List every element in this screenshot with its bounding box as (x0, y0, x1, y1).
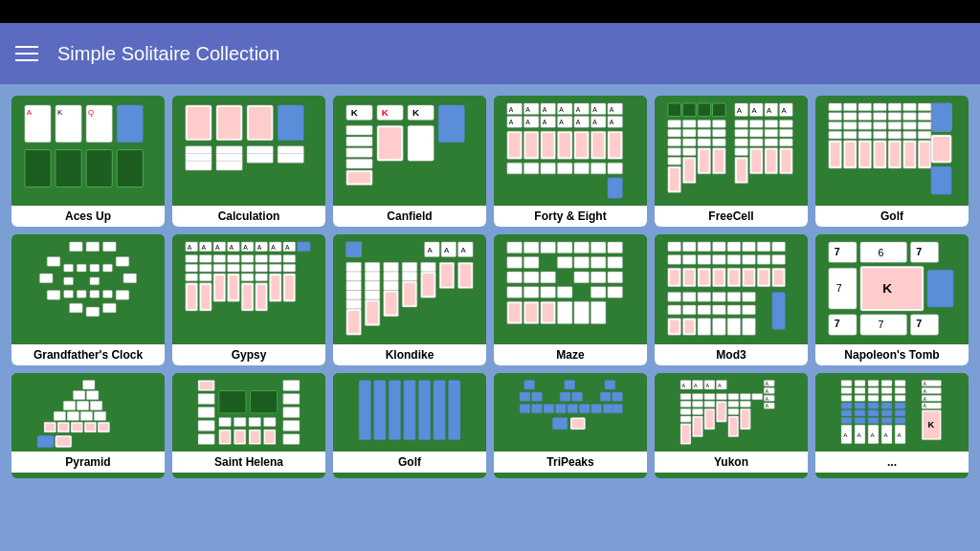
svg-rect-570 (895, 403, 905, 408)
svg-rect-330 (523, 287, 539, 298)
svg-rect-383 (668, 305, 681, 315)
svg-rect-166 (858, 121, 872, 129)
svg-rect-245 (201, 285, 210, 309)
svg-rect-132 (735, 148, 748, 156)
svg-rect-525 (742, 410, 749, 429)
svg-rect-238 (186, 274, 198, 281)
svg-rect-552 (868, 387, 879, 393)
svg-rect-388 (743, 305, 756, 315)
svg-rect-571 (895, 410, 905, 416)
game-card-pyramid[interactable]: Pyramid (11, 373, 165, 478)
game-card-canfield[interactable]: K K K (333, 96, 486, 227)
svg-rect-352 (668, 255, 681, 265)
svg-text:7: 7 (835, 318, 840, 329)
svg-rect-384 (682, 305, 696, 315)
svg-rect-131 (735, 139, 748, 146)
game-card-tripeaks[interactable]: TriPeaks (494, 373, 647, 478)
svg-rect-16 (249, 107, 271, 139)
svg-rect-313 (557, 242, 572, 253)
game-card-forty-eight[interactable]: A A A A A A A A A (494, 96, 647, 227)
svg-rect-126 (713, 139, 726, 146)
svg-text:A: A (682, 383, 686, 388)
game-card-grandfathers-clock[interactable]: Grandfather's Clock (11, 234, 165, 365)
svg-rect-314 (574, 242, 590, 253)
svg-rect-251 (228, 264, 240, 272)
game-card-napoleons-tomb[interactable]: 7 7 7 7 6 7 (815, 234, 969, 365)
svg-text:A: A (782, 106, 788, 115)
svg-text:A: A (737, 106, 743, 115)
svg-rect-365 (700, 270, 709, 285)
svg-rect-401 (927, 270, 953, 307)
svg-rect-296 (384, 281, 399, 291)
svg-rect-543 (855, 381, 865, 386)
svg-text:A: A (509, 119, 514, 125)
svg-text:A: A (543, 119, 547, 125)
svg-rect-399 (910, 242, 938, 262)
game-label-maze: Maze (494, 344, 647, 365)
svg-rect-159 (843, 113, 857, 121)
game-label-napoleons-tomb: Napoleon's Tomb (815, 344, 969, 365)
svg-rect-477 (600, 392, 611, 401)
svg-rect-397 (829, 242, 857, 262)
svg-rect-350 (757, 242, 770, 252)
svg-rect-205 (70, 303, 83, 313)
svg-text:A: A (559, 119, 564, 125)
svg-rect-187 (905, 143, 915, 166)
svg-rect-25 (247, 153, 273, 163)
svg-rect-452 (234, 418, 245, 427)
svg-rect-185 (903, 131, 917, 139)
game-card-gypsy[interactable]: A A A A A A A A (172, 234, 325, 365)
game-card-klondike[interactable]: A A A A (333, 234, 486, 365)
game-card-golf[interactable]: Golf (815, 96, 969, 227)
svg-rect-81 (576, 133, 588, 157)
svg-rect-488 (552, 418, 568, 430)
game-card-calculation[interactable]: Calculation (172, 96, 325, 227)
svg-rect-479 (520, 404, 530, 412)
hamburger-menu[interactable] (15, 46, 38, 61)
svg-rect-298 (386, 292, 397, 314)
game-card-aces-up[interactable]: A K Q Aces Up (11, 96, 165, 227)
svg-rect-307 (441, 264, 453, 286)
svg-rect-472 (605, 381, 615, 389)
svg-rect-8 (56, 150, 81, 187)
svg-rect-555 (868, 410, 879, 416)
svg-text:A: A (718, 383, 722, 388)
svg-rect-37 (408, 125, 434, 161)
svg-rect-97 (713, 103, 726, 117)
svg-text:6: 6 (878, 247, 883, 258)
svg-rect-540 (841, 418, 852, 424)
game-card-maze[interactable]: Maze (494, 234, 647, 365)
svg-rect-417 (86, 390, 98, 399)
svg-rect-171 (874, 113, 887, 121)
svg-rect-428 (59, 424, 68, 431)
svg-text:A: A (694, 383, 698, 388)
svg-rect-202 (116, 291, 129, 300)
svg-rect-177 (888, 113, 902, 121)
svg-rect-203 (103, 303, 117, 313)
svg-rect-404 (910, 315, 938, 335)
svg-rect-538 (841, 403, 852, 408)
game-card-mod3[interactable]: Mod3 (655, 234, 808, 365)
game-card-golf2[interactable]: Golf (333, 373, 486, 478)
game-card-yukon[interactable]: A A A A (655, 373, 808, 478)
svg-rect-484 (579, 404, 590, 412)
svg-text:A: A (461, 246, 467, 254)
svg-rect-200 (116, 257, 129, 267)
svg-rect-27 (278, 153, 303, 163)
svg-rect-562 (881, 403, 892, 408)
game-card-freecell[interactable]: A A A A (655, 96, 808, 227)
svg-rect-247 (213, 264, 226, 272)
game-label-freecell: FreeCell (655, 206, 808, 227)
svg-rect-158 (843, 103, 857, 111)
svg-rect-381 (743, 292, 756, 301)
svg-rect-500 (680, 401, 691, 407)
game-card-saint-helena[interactable]: Saint Helena (172, 373, 325, 478)
svg-rect-536 (841, 387, 852, 393)
game-card-extra[interactable]: A A A (815, 373, 969, 478)
svg-rect-349 (743, 242, 756, 252)
svg-rect-7 (25, 150, 51, 187)
svg-rect-302 (404, 283, 415, 305)
svg-rect-371 (745, 270, 754, 285)
svg-rect-513 (706, 410, 714, 429)
svg-rect-119 (698, 120, 711, 127)
